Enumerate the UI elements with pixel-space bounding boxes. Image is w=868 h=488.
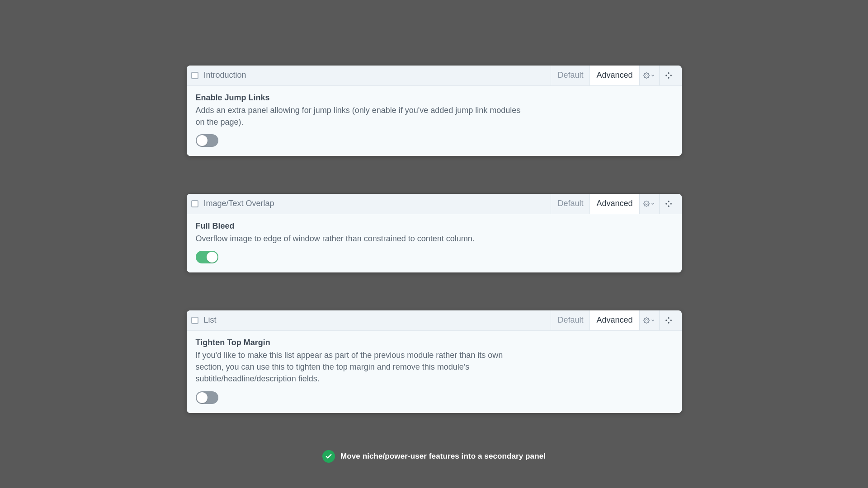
tabgroup: Default Advanced xyxy=(551,310,678,330)
module-card-body: Full Bleed Overflow image to edge of win… xyxy=(187,214,682,272)
toggle-knob xyxy=(207,252,217,263)
chevron-down-icon xyxy=(651,73,655,78)
svg-point-14 xyxy=(668,322,669,323)
chevron-down-icon xyxy=(651,318,655,323)
svg-point-3 xyxy=(670,75,672,76)
gear-icon xyxy=(643,72,650,79)
check-badge xyxy=(322,450,335,463)
select-checkbox[interactable] xyxy=(191,200,198,207)
gear-icon xyxy=(643,317,650,324)
gear-icon xyxy=(643,201,650,207)
setting-desc: Adds an extra panel allowing for jump li… xyxy=(196,104,530,128)
setting-toggle[interactable] xyxy=(196,391,218,404)
drag-handle[interactable] xyxy=(659,194,678,214)
svg-point-13 xyxy=(670,319,672,321)
drag-handle[interactable] xyxy=(659,66,678,85)
svg-point-1 xyxy=(668,72,669,74)
module-name: List xyxy=(204,315,551,325)
toggle-knob xyxy=(197,392,208,403)
svg-point-12 xyxy=(665,319,667,321)
setting-toggle[interactable] xyxy=(196,134,218,147)
select-checkbox[interactable] xyxy=(191,317,198,324)
tip-text: Move niche/power-user features into a se… xyxy=(340,452,546,461)
setting-desc: Overflow image to edge of window rather … xyxy=(196,233,530,244)
tab-default[interactable]: Default xyxy=(551,66,590,85)
module-card: List Default Advanced xyxy=(187,310,682,413)
module-name: Introduction xyxy=(204,70,551,80)
module-name: Image/Text Overlap xyxy=(204,199,551,208)
setting-title: Tighten Top Margin xyxy=(196,338,673,347)
module-card: Introduction Default Advanced xyxy=(187,66,682,156)
toggle-knob xyxy=(197,135,208,146)
setting-title: Full Bleed xyxy=(196,221,673,231)
svg-point-7 xyxy=(665,203,667,204)
svg-point-2 xyxy=(665,75,667,76)
check-icon xyxy=(325,453,332,460)
drag-icon xyxy=(665,316,673,324)
svg-point-10 xyxy=(646,319,647,321)
svg-point-0 xyxy=(646,75,647,76)
tab-default[interactable]: Default xyxy=(551,310,590,330)
module-card-header: List Default Advanced xyxy=(187,310,682,330)
tabgroup: Default Advanced xyxy=(551,66,678,85)
tab-advanced[interactable]: Advanced xyxy=(590,66,639,85)
tabgroup: Default Advanced xyxy=(551,194,678,214)
chevron-down-icon xyxy=(651,202,655,206)
select-checkbox[interactable] xyxy=(191,72,198,79)
settings-menu[interactable] xyxy=(639,194,659,214)
module-card-body: Tighten Top Margin If you'd like to make… xyxy=(187,330,682,413)
svg-point-4 xyxy=(668,77,669,78)
drag-icon xyxy=(665,71,673,80)
settings-menu[interactable] xyxy=(639,66,659,85)
svg-point-6 xyxy=(668,201,669,202)
tip-bar: Move niche/power-user features into a se… xyxy=(322,450,546,463)
tab-advanced[interactable]: Advanced xyxy=(590,194,639,214)
setting-title: Enable Jump Links xyxy=(196,93,673,103)
tab-default[interactable]: Default xyxy=(551,194,590,214)
setting-toggle[interactable] xyxy=(196,251,218,263)
svg-point-5 xyxy=(646,203,647,205)
setting-desc: If you'd like to make this list appear a… xyxy=(196,349,530,385)
module-list: Introduction Default Advanced xyxy=(187,66,682,413)
module-card-header: Introduction Default Advanced xyxy=(187,66,682,85)
svg-point-11 xyxy=(668,317,669,319)
svg-point-8 xyxy=(670,203,672,204)
module-card-header: Image/Text Overlap Default Advanced xyxy=(187,194,682,214)
tab-advanced[interactable]: Advanced xyxy=(590,310,639,330)
drag-handle[interactable] xyxy=(659,310,678,330)
settings-menu[interactable] xyxy=(639,310,659,330)
svg-point-9 xyxy=(668,205,669,206)
drag-icon xyxy=(665,200,673,208)
module-card: Image/Text Overlap Default Advanced xyxy=(187,194,682,272)
module-card-body: Enable Jump Links Adds an extra panel al… xyxy=(187,85,682,156)
